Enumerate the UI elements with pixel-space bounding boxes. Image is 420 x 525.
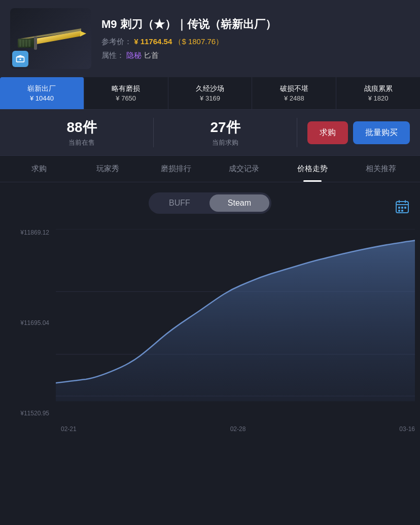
svg-marker-8 xyxy=(80,31,86,37)
chart-toggle: BUFF Steam xyxy=(149,192,271,214)
wear-tab-minimal-wear[interactable]: 略有磨损 ¥ 7650 xyxy=(84,77,168,109)
wear-price-4: ¥ 1820 xyxy=(340,94,416,102)
y-label-bottom: ¥11520.95 xyxy=(0,410,53,417)
wear-price-0: ¥ 10440 xyxy=(4,94,80,102)
chart-toggle-row: BUFF Steam xyxy=(0,192,420,224)
wear-name-4: 战痕累累 xyxy=(340,84,416,93)
attr-type: 隐秘 xyxy=(126,51,142,59)
wear-name-3: 破损不堪 xyxy=(256,84,332,93)
wear-price-1: ¥ 7650 xyxy=(88,94,164,102)
tab-wear-rank[interactable]: 磨损排行 xyxy=(142,156,210,182)
item-info: M9 刺刀（★）｜传说（崭新出厂） 参考价： ¥ 11764.54 （$ 180… xyxy=(101,17,410,60)
price-cny: ¥ 11764.54 xyxy=(134,37,172,46)
price-row: 参考价： ¥ 11764.54 （$ 1807.76） xyxy=(101,37,410,47)
header-section: M9 刺刀（★）｜传说（崭新出厂） 参考价： ¥ 11764.54 （$ 180… xyxy=(0,0,420,77)
stat-request: 27件 当前求购 xyxy=(154,118,297,147)
x-label-2: 03-16 xyxy=(399,425,415,433)
wear-name-1: 略有磨损 xyxy=(88,84,164,93)
request-count: 27件 xyxy=(154,118,297,137)
attr-label: 属性： xyxy=(101,51,124,59)
item-image xyxy=(10,8,91,69)
y-label-top: ¥11869.12 xyxy=(0,229,53,236)
price-usd: （$ 1807.76） xyxy=(174,37,223,46)
tab-request[interactable]: 求购 xyxy=(5,156,74,182)
y-labels: ¥11869.12 ¥11695.04 ¥11520.95 xyxy=(0,229,53,417)
wear-name-2: 久经沙场 xyxy=(172,84,248,93)
wear-tabs: 崭新出厂 ¥ 10440 略有磨损 ¥ 7650 久经沙场 ¥ 3169 破损不… xyxy=(0,77,420,110)
item-title: M9 刺刀（★）｜传说（崭新出厂） xyxy=(101,17,410,32)
wear-tab-well-worn[interactable]: 破损不堪 ¥ 2488 xyxy=(252,77,336,109)
x-label-1: 02-28 xyxy=(230,425,246,433)
ref-label: 参考价： xyxy=(101,37,132,46)
on-sale-count: 88件 xyxy=(10,118,153,137)
svg-rect-6 xyxy=(28,40,30,47)
wear-name-0: 崭新出厂 xyxy=(4,84,80,93)
calendar-icon[interactable] xyxy=(395,199,410,217)
x-label-0: 02-21 xyxy=(61,425,77,433)
on-sale-label: 当前在售 xyxy=(10,138,153,147)
tab-player-show[interactable]: 玩家秀 xyxy=(74,156,142,182)
toggle-steam[interactable]: Steam xyxy=(209,194,269,212)
y-label-mid: ¥11695.04 xyxy=(0,319,53,326)
svg-rect-13 xyxy=(398,210,400,212)
svg-rect-3 xyxy=(19,40,21,47)
wear-tab-factory-new[interactable]: 崭新出厂 ¥ 10440 xyxy=(0,77,84,109)
chart-section: BUFF Steam ¥11869.12 ¥11695.04 ¥11520.95 xyxy=(0,182,420,437)
wear-tab-battle-scarred[interactable]: 战痕累累 ¥ 1820 xyxy=(336,77,420,109)
svg-rect-5 xyxy=(25,40,27,47)
chart-area: ¥11869.12 ¥11695.04 ¥11520.95 xyxy=(0,224,420,437)
box-icon xyxy=(12,51,28,67)
stats-buttons: 求购 批量购买 xyxy=(307,121,410,144)
toggle-buff[interactable]: BUFF xyxy=(151,194,208,212)
svg-rect-14 xyxy=(401,210,403,212)
wear-price-2: ¥ 3169 xyxy=(172,94,248,102)
x-labels: 02-21 02-28 03-16 xyxy=(56,421,420,437)
stats-row: 88件 当前在售 27件 当前求购 求购 批量购买 xyxy=(0,110,420,156)
attr-row: 属性： 隐秘 匕首 xyxy=(101,51,410,60)
chart-canvas xyxy=(56,229,415,417)
bulk-buy-button[interactable]: 批量购买 xyxy=(353,121,410,144)
request-label: 当前求购 xyxy=(154,138,297,147)
svg-rect-7 xyxy=(34,37,37,50)
tab-related[interactable]: 相关推荐 xyxy=(346,156,415,182)
wear-price-3: ¥ 2488 xyxy=(256,94,332,102)
svg-rect-10 xyxy=(398,207,400,209)
stat-on-sale: 88件 当前在售 xyxy=(10,118,154,147)
svg-rect-12 xyxy=(404,207,406,209)
attr-weapon: 匕首 xyxy=(144,51,159,59)
svg-rect-11 xyxy=(401,207,403,209)
nav-tabs: 求购 玩家秀 磨损排行 成交记录 价格走势 相关推荐 xyxy=(0,156,420,182)
wear-tab-field-tested[interactable]: 久经沙场 ¥ 3169 xyxy=(168,77,253,109)
price-chart-svg xyxy=(56,229,415,417)
svg-rect-4 xyxy=(22,40,24,47)
tab-trade-record[interactable]: 成交记录 xyxy=(210,156,278,182)
tab-price-trend[interactable]: 价格走势 xyxy=(278,156,347,182)
request-button[interactable]: 求购 xyxy=(307,121,348,144)
